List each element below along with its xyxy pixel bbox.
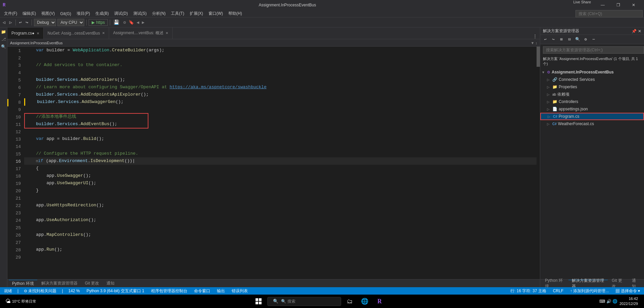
menu-build[interactable]: 生成(B) [93,10,111,17]
status-zoom[interactable]: 142 % [67,289,81,293]
taskbar-file-explorer[interactable]: 🗂 [344,295,356,307]
taskbar-search[interactable]: 🔍 🔍 搜索 [267,297,341,306]
status-output[interactable]: 输出 [216,288,226,294]
start-button[interactable] [252,295,265,307]
se-btn-5[interactable]: 🔍 [574,36,581,43]
debug-config-select[interactable]: Debug [34,19,56,26]
expand-connected-services[interactable]: ▷ [547,78,551,82]
tab-close-assignment[interactable]: ✕ [166,31,168,35]
status-pkg-mgr[interactable]: 程序包管理器控制台 [150,288,189,294]
line-12 [24,128,537,135]
tree-connected-services[interactable]: ▷ 🔗 Connected Services [540,76,644,83]
status-line-col[interactable]: 行: 16 字符: 37 主格 [509,288,548,294]
tab-nuget[interactable]: NuGet: Assig...cessEventBus ✕ [44,28,109,39]
toolbar-back[interactable]: ◁ [1,20,7,25]
bottom-tab-solution[interactable]: 解决方案资源管理器 [38,280,81,287]
toolbar-save[interactable]: 💾 [112,19,121,25]
se-btn-6[interactable]: ⚙ [582,36,589,43]
scrollbar-thumb[interactable] [537,47,540,67]
run-button[interactable]: ▶ https [89,19,108,26]
activity-solution[interactable]: 📁 [1,29,7,35]
menu-window[interactable]: 窗口(W) [206,10,226,17]
menu-project[interactable]: 项目(P) [74,10,93,17]
menu-help[interactable]: 帮助(H) [226,10,245,17]
toolbar-icons: ⚙ 🔖 ◀ ▶ [122,20,146,25]
menu-edit[interactable]: 编辑(E) [20,10,39,17]
tree-weatherforecast-cs[interactable]: ▷ C# WeatherForecast.cs [540,120,644,127]
toolbar-forward[interactable]: ▷ [8,20,13,25]
activity-bar: 📁 ⎇ 🔍 [0,28,7,287]
tree-properties[interactable]: ▷ 📁 Properties [540,83,644,91]
expand-properties[interactable]: ▷ [547,85,551,89]
se-btn-4[interactable]: ⊟ [566,36,573,43]
right-tab-solution[interactable]: 解决方案资源管理器 [568,280,608,287]
menu-debug[interactable]: 调试(D) [111,10,131,17]
right-tab-git[interactable]: Git 更改 [608,280,628,287]
tab-close-program[interactable]: ✕ [37,32,39,35]
activity-search[interactable]: 🔍 [1,44,7,50]
ln-13: 13 [7,136,24,143]
toolbar-redo[interactable]: ↪ [24,20,30,25]
menu-analyze[interactable]: 分析(N) [149,10,169,17]
se-btn-3[interactable]: ⊞ [558,36,565,43]
menu-git[interactable]: Git(G) [57,11,74,17]
weather-widget[interactable]: 🌤 10°C 即将日常 [3,298,39,304]
tab-program-cs[interactable]: Program.cs● ✕ [7,28,44,39]
menu-extensions[interactable]: 扩展(X) [187,10,206,17]
expand-program-cs[interactable]: ▷ [548,115,552,118]
se-search-input[interactable] [543,46,644,54]
clock-date: 2022/12/29 [619,301,638,306]
panel-pin-btn[interactable]: 📌 [632,29,637,34]
tab-assignment[interactable]: Assignment....ventBus: 概述 ✕ [109,28,173,39]
tree-appsettings[interactable]: ▷ 📄 appsettings.json [540,105,644,113]
se-btn-1[interactable]: ↩ [542,36,549,43]
bottom-tab-notifications[interactable]: 通知 [103,280,118,287]
expand-project[interactable]: ▼ [542,70,546,74]
activity-git[interactable]: ⎇ [1,36,7,42]
ln-8: 8 [7,99,24,106]
code-scroll[interactable]: var builder = WebApplication.CreateBuild… [24,47,537,279]
cpu-select[interactable]: Any CPU [57,19,84,26]
status-no-issues[interactable]: ⊖ 未找到相关问题 [22,288,58,294]
tab-close-nuget[interactable]: ✕ [102,31,105,35]
right-tab-notifications[interactable]: 通知 [629,280,643,287]
toolbar-undo[interactable]: ↩ [18,20,23,25]
restore-btn[interactable]: ❐ [610,0,626,10]
menu-view[interactable]: 视图(V) [39,10,57,17]
editor-container: Program.cs● ✕ NuGet: Assig...cessEventBu… [7,28,540,287]
taskbar-vs[interactable]: R [373,295,385,307]
status-line-ending[interactable]: CRLF [552,289,565,293]
tree-controllers[interactable]: ▷ 📁 Controllers [540,98,644,105]
menu-test[interactable]: 测试(S) [131,10,149,17]
tree-dependencies[interactable]: ▷ ab 依赖项 [540,91,644,98]
expand-weatherforecast[interactable]: ▷ [547,122,551,126]
vertical-scrollbar[interactable] [537,47,540,279]
line-3-content: // Add services to the container. [24,61,537,69]
menu-tools[interactable]: 工具(T) [168,10,187,17]
tab-scroll-right[interactable]: ⋮ [530,34,540,39]
expand-controllers[interactable]: ▷ [547,100,551,104]
se-btn-7[interactable]: ⋯ [590,36,597,43]
se-btn-2[interactable]: ↪ [550,36,557,43]
status-add-src[interactable]: ↑ 添加到源代码管理... [569,288,610,294]
expand-dependencies[interactable]: ▷ [547,93,551,96]
bottom-tab-git[interactable]: Git 更改 [82,280,103,287]
status-python-env[interactable]: Python 3.9 (64-bit) 交互式窗口 1 [85,288,146,294]
taskbar-center: 🔍 🔍 搜索 🗂 🌐 R [39,295,600,307]
status-ready[interactable]: 就绪 [3,288,13,294]
global-search-input[interactable] [576,10,643,17]
tree-program-cs[interactable]: ▷ C# Program.cs [540,113,644,120]
taskbar-edge[interactable]: 🌐 [359,295,371,307]
status-cmd[interactable]: 命令窗口 [193,288,212,294]
status-encoding[interactable]: ▦ 选择命令 ▾ [614,288,641,294]
bottom-tab-python-env[interactable]: Python 环境 [9,280,37,287]
tree-project-root[interactable]: ▼ ⚙ Assignment.InProcessEventBus [540,68,644,76]
live-share-btn[interactable]: Live Share [569,0,595,10]
menu-file[interactable]: 文件(F) [1,10,20,17]
minimize-btn[interactable]: — [595,0,610,10]
status-errors[interactable]: 错误列表 [230,288,249,294]
close-btn[interactable]: ✕ [626,0,641,10]
right-tab-python[interactable]: Python 环境 [542,280,568,287]
panel-close-btn[interactable]: ✕ [638,29,641,34]
expand-appsettings[interactable]: ▷ [547,107,551,111]
